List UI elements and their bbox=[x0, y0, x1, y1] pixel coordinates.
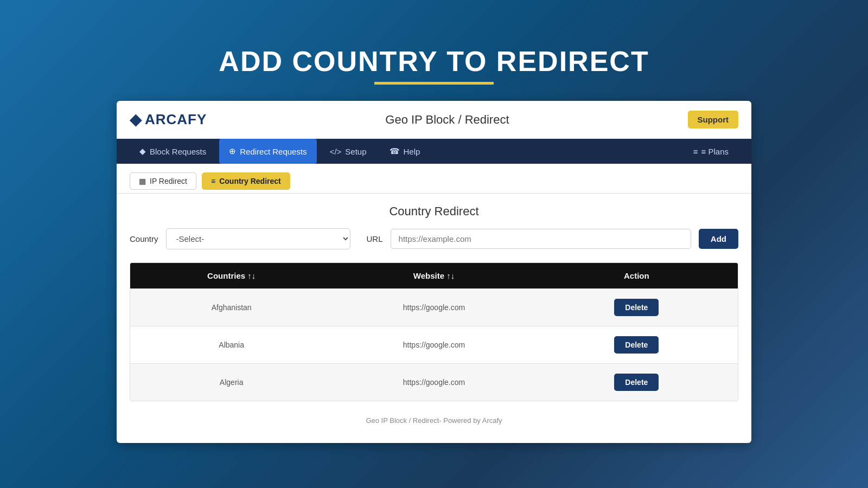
sub-nav-ip-redirect[interactable]: ▦ IP Redirect bbox=[130, 172, 196, 190]
sub-nav: ▦ IP Redirect ≡ Country Redirect bbox=[117, 164, 751, 194]
logo-icon: ◆ bbox=[130, 111, 142, 129]
nav-bar: ◆ Block Requests ⊕ Redirect Requests </>… bbox=[117, 139, 751, 164]
ip-redirect-icon: ▦ bbox=[139, 177, 146, 185]
nav-block-requests[interactable]: ◆ Block Requests bbox=[130, 139, 216, 164]
header-title: Geo IP Block / Redirect bbox=[385, 113, 509, 127]
block-requests-icon: ◆ bbox=[139, 146, 146, 156]
logo: ◆ ARCAFY bbox=[130, 111, 207, 129]
td-website-1: https://google.com bbox=[333, 289, 535, 326]
table-row: Algeria https://google.com Delete bbox=[130, 363, 738, 401]
nav-plans[interactable]: ≡ ≡ Plans bbox=[684, 139, 738, 164]
sub-nav-country-redirect-label: Country Redirect bbox=[219, 177, 281, 185]
td-action-2: Delete bbox=[535, 326, 738, 363]
sub-nav-country-redirect[interactable]: ≡ Country Redirect bbox=[202, 172, 290, 190]
nav-help-label: Help bbox=[404, 147, 420, 156]
nav-redirect-requests-label: Redirect Requests bbox=[240, 147, 307, 156]
table-row: Afghanistan https://google.com Delete bbox=[130, 288, 738, 326]
nav-setup-label: Setup bbox=[345, 147, 366, 156]
support-button[interactable]: Support bbox=[688, 111, 739, 129]
nav-plans-label: ≡ Plans bbox=[701, 147, 729, 156]
logo-text: ARCAFY bbox=[145, 111, 207, 128]
country-select[interactable]: -Select- Afghanistan Albania Algeria bbox=[166, 228, 350, 249]
th-action: Action bbox=[535, 263, 738, 288]
td-website-2: https://google.com bbox=[333, 326, 535, 363]
plans-icon: ≡ bbox=[693, 147, 698, 156]
url-label: URL bbox=[367, 234, 383, 243]
setup-icon: </> bbox=[330, 147, 342, 156]
main-card: ◆ ARCAFY Geo IP Block / Redirect Support… bbox=[117, 101, 751, 443]
th-countries: Countries ↑↓ bbox=[130, 263, 333, 288]
url-input[interactable] bbox=[391, 229, 691, 249]
country-label: Country bbox=[130, 234, 158, 243]
card-footer: Geo IP Block / Redirect- Powered by Arca… bbox=[117, 401, 751, 427]
nav-help[interactable]: ☎ Help bbox=[380, 139, 430, 164]
td-website-3: https://google.com bbox=[333, 364, 535, 401]
title-underline bbox=[374, 82, 494, 85]
td-action-1: Delete bbox=[535, 289, 738, 326]
card-header: ◆ ARCAFY Geo IP Block / Redirect Support bbox=[117, 101, 751, 139]
add-button[interactable]: Add bbox=[699, 229, 738, 249]
nav-redirect-requests[interactable]: ⊕ Redirect Requests bbox=[219, 139, 316, 164]
redirect-requests-icon: ⊕ bbox=[229, 146, 236, 156]
td-country-2: Albania bbox=[130, 326, 333, 363]
td-country-1: Afghanistan bbox=[130, 289, 333, 326]
delete-button-3[interactable]: Delete bbox=[614, 374, 659, 391]
table-row: Albania https://google.com Delete bbox=[130, 326, 738, 363]
td-country-3: Algeria bbox=[130, 364, 333, 401]
delete-button-2[interactable]: Delete bbox=[614, 336, 659, 354]
delete-button-1[interactable]: Delete bbox=[614, 299, 659, 316]
page-main-title: ADD COUNTRY TO REDIRECT bbox=[219, 45, 649, 78]
th-website: Website ↑↓ bbox=[333, 263, 535, 288]
td-action-3: Delete bbox=[535, 364, 738, 401]
table-header: Countries ↑↓ Website ↑↓ Action bbox=[130, 263, 738, 288]
nav-setup[interactable]: </> Setup bbox=[320, 139, 376, 164]
section-title: Country Redirect bbox=[117, 204, 751, 219]
sub-nav-ip-redirect-label: IP Redirect bbox=[150, 177, 187, 185]
nav-block-requests-label: Block Requests bbox=[150, 147, 206, 156]
country-redirect-icon: ≡ bbox=[211, 177, 215, 185]
form-row: Country -Select- Afghanistan Albania Alg… bbox=[117, 228, 751, 249]
data-table: Countries ↑↓ Website ↑↓ Action Afghanist… bbox=[130, 262, 738, 401]
help-icon: ☎ bbox=[390, 146, 400, 156]
